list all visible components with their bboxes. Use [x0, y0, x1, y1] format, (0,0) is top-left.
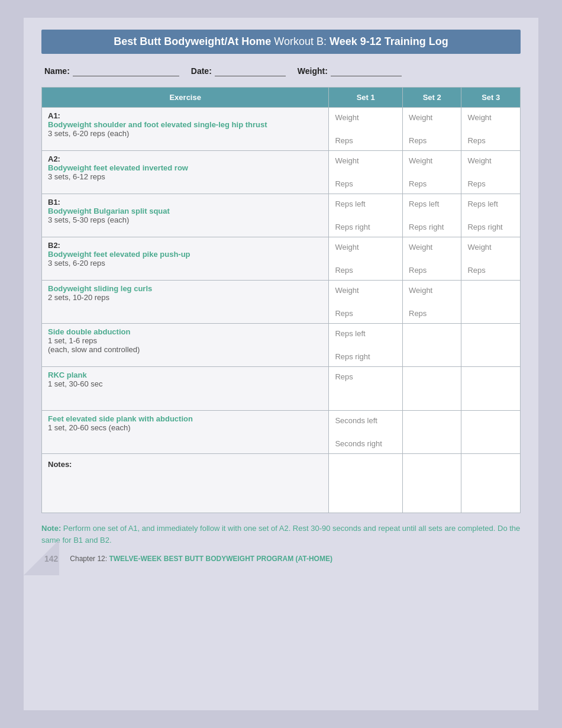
workout-table: Exercise Set 1 Set 2 Set 3 A1: Bodyweigh…: [41, 87, 521, 513]
notes-label: Notes:: [48, 460, 72, 469]
exercise-label-a1: A1:: [48, 111, 60, 120]
side-set3: [461, 324, 521, 367]
note-section: Note: Perform one set of A1, and immedia…: [41, 523, 521, 546]
b2-set3: Weight Reps: [461, 237, 521, 281]
a2-set3: Weight Reps: [461, 151, 521, 194]
table-header-row: Exercise Set 1 Set 2 Set 3: [42, 88, 521, 108]
a1-s2-weight: Weight: [409, 111, 455, 124]
exercise-name-a1: Bodyweight shoulder and foot elevated si…: [48, 120, 267, 129]
col-set2: Set 2: [403, 88, 461, 108]
b1-set2: Reps left Reps right: [403, 194, 461, 237]
rkc-set3: [461, 367, 521, 411]
name-field: Name:: [44, 66, 179, 76]
title-light: Workout B:: [271, 36, 330, 47]
title-bold: Best Butt Bodyweight/At Home: [114, 36, 271, 47]
col-set1: Set 1: [329, 88, 403, 108]
header-fields: Name: Date: Weight:: [41, 66, 521, 76]
sliding-set1: Weight Reps: [329, 281, 403, 324]
a1-set2: Weight Reps: [403, 108, 461, 151]
note-body: Perform one set of A1, and immediately f…: [41, 524, 520, 545]
a1-s3-reps: Reps: [467, 134, 514, 147]
a1-set3: Weight Reps: [461, 108, 521, 151]
weight-input-line[interactable]: [331, 66, 402, 76]
rkc-set2: [403, 367, 461, 411]
exercise-sets-b1: 3 sets, 5-30 reps (each): [48, 215, 129, 224]
notes-set3: [461, 454, 521, 513]
table-row: Feet elevated side plank with abduction …: [42, 411, 521, 454]
exercise-sets-feet: 1 set, 20-60 secs (each): [48, 423, 130, 432]
a1-s3-weight: Weight: [467, 111, 514, 124]
b1-set3: Reps left Reps right: [461, 194, 521, 237]
chapter-text: Chapter 12: TWELVE-WEEK BEST BUTT BODYWE…: [70, 555, 332, 563]
exercise-name-feet: Feet elevated side plank with abduction: [48, 414, 193, 423]
feet-set1: Seconds left Seconds right: [329, 411, 403, 454]
side-set2: [403, 324, 461, 367]
name-label: Name:: [44, 66, 70, 76]
date-input-line[interactable]: [215, 66, 286, 76]
table-row: Bodyweight sliding leg curls 2 sets, 10-…: [42, 281, 521, 324]
a2-set1: Weight Reps: [329, 151, 403, 194]
exercise-name-side: Side double abduction: [48, 327, 130, 336]
exercise-name-b2: Bodyweight feet elevated pike push-up: [48, 250, 190, 259]
a1-s1-weight: Weight: [335, 111, 396, 124]
chapter-label: Chapter 12:: [70, 555, 107, 563]
feet-set3: [461, 411, 521, 454]
weight-label: Weight:: [298, 66, 328, 76]
col-exercise: Exercise: [42, 88, 329, 108]
exercise-name-rkc: RKC plank: [48, 371, 87, 379]
exercise-label-a2: A2:: [48, 154, 60, 163]
a1-set1: Weight Reps: [329, 108, 403, 151]
exercise-name-sliding: Bodyweight sliding leg curls: [48, 284, 152, 293]
corner-decoration: [24, 540, 59, 575]
title-colored: Week 9-12 Training Log: [330, 36, 448, 47]
exercise-sets-a2: 3 sets, 6-12 reps: [48, 172, 105, 181]
notes-set1: [329, 454, 403, 513]
chapter-title: TWELVE-WEEK BEST BUTT BODYWEIGHT PROGRAM…: [107, 555, 332, 563]
footer: 142 Chapter 12: TWELVE-WEEK BEST BUTT BO…: [41, 554, 521, 563]
exercise-sets-b2: 3 sets, 6-20 reps: [48, 259, 105, 268]
title-bar: Best Butt Bodyweight/At Home Workout B: …: [41, 30, 521, 54]
exercise-name-a2: Bodyweight feet elevated inverted row: [48, 163, 188, 172]
date-field: Date:: [191, 66, 286, 76]
weight-field: Weight:: [298, 66, 402, 76]
table-row: A1: Bodyweight shoulder and foot elevate…: [42, 108, 521, 151]
date-label: Date:: [191, 66, 212, 76]
table-row: RKC plank 1 set, 30-60 sec Reps: [42, 367, 521, 411]
table-row: B2: Bodyweight feet elevated pike push-u…: [42, 237, 521, 281]
b1-set1: Reps left Reps right: [329, 194, 403, 237]
name-input-line[interactable]: [73, 66, 179, 76]
exercise-label-b1: B1:: [48, 198, 60, 207]
feet-set2: [403, 411, 461, 454]
table-row: Notes:: [42, 454, 521, 513]
exercise-sets-a1: 3 sets, 6-20 reps (each): [48, 129, 129, 138]
a1-s1-reps: Reps: [335, 134, 396, 147]
exercise-sets-sliding: 2 sets, 10-20 reps: [48, 293, 109, 302]
sliding-set2: Weight Reps: [403, 281, 461, 324]
b2-set2: Weight Reps: [403, 237, 461, 281]
sliding-set3: [461, 281, 521, 324]
b2-set1: Weight Reps: [329, 237, 403, 281]
rkc-set1: Reps: [329, 367, 403, 411]
table-row: B1: Bodyweight Bulgarian split squat 3 s…: [42, 194, 521, 237]
notes-set2: [403, 454, 461, 513]
a1-s2-reps: Reps: [409, 134, 455, 147]
exercise-sets-side: 1 set, 1-6 reps(each, slow and controlle…: [48, 336, 140, 354]
table-row: Side double abduction 1 set, 1-6 reps(ea…: [42, 324, 521, 367]
exercise-name-b1: Bodyweight Bulgarian split squat: [48, 207, 170, 215]
col-set3: Set 3: [461, 88, 521, 108]
table-row: A2: Bodyweight feet elevated inverted ro…: [42, 151, 521, 194]
exercise-sets-rkc: 1 set, 30-60 sec: [48, 379, 103, 388]
exercise-label-b2: B2:: [48, 241, 60, 250]
a2-set2: Weight Reps: [403, 151, 461, 194]
side-set1: Reps left Reps right: [329, 324, 403, 367]
note-prefix: Note:: [41, 524, 61, 533]
